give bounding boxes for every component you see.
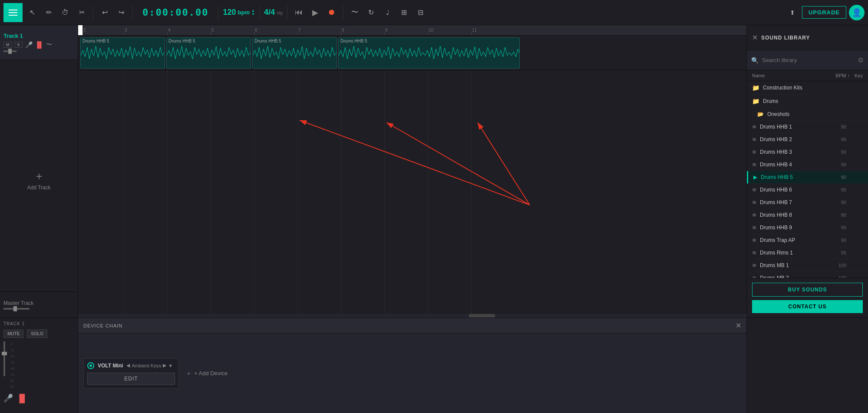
library-settings-button[interactable]: ⚙ <box>858 56 864 64</box>
track-volume-slider[interactable] <box>3 50 17 52</box>
left-panel: Track 1 M S 🎤 ▐▌ 〜 ＋ Add Track Master Tr… <box>0 25 78 317</box>
device-power-button[interactable] <box>87 362 94 369</box>
misc1-button[interactable]: ⊞ <box>397 6 411 20</box>
buy-sounds-button[interactable]: BUY SOUNDS <box>752 283 863 297</box>
library-item-drums-hhb-6[interactable]: ≋ Drums HHB 6 90 <box>747 184 868 196</box>
library-item-drums-mb-2[interactable]: ≋ Drums MB 2 100 <box>747 272 868 278</box>
play-button[interactable]: ▶ <box>308 6 322 20</box>
library-item-drums-hhb-8[interactable]: ≋ Drums HHB 8 90 <box>747 209 868 221</box>
h-scrollbar-track[interactable] <box>78 314 746 317</box>
clip-4[interactable]: Drums HHB 5 <box>338 37 520 69</box>
separator-1 <box>93 6 93 19</box>
automation-button[interactable]: 〜 <box>348 6 362 20</box>
library-item-oneshots[interactable]: 📂 Oneshots <box>747 108 868 121</box>
track-beats-button[interactable]: ▐▌ <box>35 41 44 48</box>
device-chain-close-button[interactable]: ✕ <box>736 321 741 330</box>
track-1-clips-row: Drums HHB 5 Drums HHB 5 Drums HHB 5 <box>78 36 746 70</box>
loop-button[interactable]: ↻ <box>364 6 378 20</box>
library-item-bpm: 90 <box>825 124 846 129</box>
library-item-drums-trap-ap[interactable]: ≋ Drums Trap AP 90 <box>747 234 868 247</box>
library-item-drums-hhb-1[interactable]: ≋ Drums HHB 1 90 <box>747 121 868 133</box>
solo-button[interactable]: SOLO <box>27 330 47 338</box>
audio-icon: ≋ <box>752 199 756 205</box>
bpm-label: bpm <box>238 9 250 16</box>
h-scrollbar-thumb[interactable] <box>469 314 495 317</box>
device-edit-button[interactable]: EDIT <box>87 373 175 385</box>
time-display: 0:00:00.00 <box>137 7 214 18</box>
redo-button[interactable]: ↪ <box>114 6 128 20</box>
library-header: ✕ SOUND LIBRARY <box>747 25 868 50</box>
search-input[interactable] <box>762 57 854 63</box>
misc2-button[interactable]: ⊟ <box>414 6 428 20</box>
record-button[interactable]: ⏺ <box>325 6 339 20</box>
library-item-drums-hhb-7[interactable]: ≋ Drums HHB 7 90 <box>747 196 868 209</box>
bottom-volume-slider[interactable] <box>3 341 5 376</box>
device-name: VOLT Mini <box>98 363 123 369</box>
avatar-button[interactable]: 👤 <box>849 5 865 20</box>
master-volume-slider[interactable] <box>3 308 30 310</box>
undo-button[interactable]: ↩ <box>98 6 112 20</box>
library-item-drums-mb-1[interactable]: ≋ Drums MB 1 100 <box>747 259 868 272</box>
toolbar: ↖ ✏ ⏱ ✂ ↩ ↪ 0:00:00.00 120 bpm ▲ ▼ 4/4 s… <box>0 0 868 25</box>
bpm-display[interactable]: 120 bpm ▲ ▼ <box>223 8 254 17</box>
track-automation-button[interactable]: 〜 <box>46 41 52 49</box>
preset-prev-icon[interactable]: ◀ <box>126 363 130 368</box>
library-close-button[interactable]: ✕ <box>752 33 758 42</box>
ruler-mark-7: 8 <box>341 25 384 35</box>
master-track-header: Master Track <box>0 291 78 317</box>
audio-icon: ≋ <box>752 187 756 193</box>
bottom-track-label: TRACK 1 <box>3 321 74 326</box>
library-title: SOUND LIBRARY <box>761 35 810 41</box>
metronome-button[interactable]: ♩ <box>381 6 395 20</box>
library-item-drums-hhb-5[interactable]: ▶ Drums HHB 5 90 <box>747 171 868 184</box>
time-sig-display: 4/4 sig <box>264 8 283 17</box>
prev-button[interactable]: ⏮ <box>292 6 306 20</box>
clip-3[interactable]: Drums HHB 5 <box>252 37 337 69</box>
library-list: 📁 Construction Kits 📁 Drums 📂 Oneshots <box>747 81 868 278</box>
track-solo-button[interactable]: S <box>15 42 23 48</box>
add-track-area: ＋ Add Track <box>0 60 78 291</box>
bpm-down-icon[interactable]: ▼ <box>251 13 255 16</box>
library-item-drums-hhb-4[interactable]: ≋ Drums HHB 4 90 <box>747 159 868 171</box>
track-mic-button[interactable]: 🎤 <box>25 41 33 48</box>
bpm-arrows[interactable]: ▲ ▼ <box>251 9 255 16</box>
bottom-track-icons: 🎤 ▐▌ <box>3 393 74 403</box>
library-item-drums-rims-1[interactable]: ≋ Drums Rims 1 95 <box>747 247 868 259</box>
add-device-button[interactable]: ＋ + Add Device <box>186 370 228 377</box>
library-item-drums-hhb-3[interactable]: ≋ Drums HHB 3 90 <box>747 146 868 159</box>
library-item-construction-kits[interactable]: 📁 Construction Kits <box>747 81 868 95</box>
library-item-drums-hhb-9[interactable]: ≋ Drums HHB 9 90 <box>747 221 868 234</box>
bottom-mic-button[interactable]: 🎤 <box>3 393 13 403</box>
library-footer: BUY SOUNDS CONTACT US <box>747 278 868 317</box>
separator-5 <box>287 6 287 19</box>
preset-dropdown-icon[interactable]: ▼ <box>168 363 173 368</box>
clip-1[interactable]: Drums HHB 5 <box>80 37 165 69</box>
clip-2[interactable]: Drums HHB 5 <box>166 37 251 69</box>
pencil-tool-button[interactable]: ✏ <box>42 6 56 20</box>
library-item-drums[interactable]: 📁 Drums <box>747 95 868 108</box>
track-mute-button[interactable]: M <box>3 42 12 48</box>
library-item-name: Drums HHB 6 <box>760 187 821 193</box>
cursor-tool-button[interactable]: ↖ <box>25 6 39 20</box>
sound-library-panel: ✕ SOUND LIBRARY 🔍 ⚙ Name BPM ↑ Key 📁 Con… <box>746 25 868 317</box>
device-preset[interactable]: ◀ Ambient Keys ▶ ▼ <box>126 363 173 368</box>
contact-us-button[interactable]: CONTACT US <box>752 300 863 313</box>
add-device-icon: ＋ <box>186 370 191 377</box>
track-1-header: Track 1 M S 🎤 ▐▌ 〜 <box>0 25 78 60</box>
upgrade-button[interactable]: UPGRADE <box>802 6 846 19</box>
bottom-vol-slider-container <box>3 341 5 376</box>
bottom-beats-button[interactable]: ▐▌ <box>17 394 28 403</box>
audio-icon: ≋ <box>752 250 756 256</box>
add-track-button[interactable]: ＋ Add Track <box>27 169 50 191</box>
grid-line <box>167 36 168 317</box>
scissors-tool-button[interactable]: ✂ <box>75 6 89 20</box>
mute-button[interactable]: MUTE <box>3 330 23 338</box>
export-button[interactable]: ⬆ <box>785 6 799 20</box>
db-scale: 0 12 24 36 48 54 60 80 <box>10 341 14 390</box>
clock-tool-button[interactable]: ⏱ <box>58 6 72 20</box>
menu-button[interactable] <box>3 3 23 22</box>
library-item-drums-hhb-2[interactable]: ≋ Drums HHB 2 90 <box>747 133 868 146</box>
preset-next-icon[interactable]: ▶ <box>163 363 166 368</box>
library-item-bpm: 90 <box>825 175 846 180</box>
folder-icon: 📁 <box>752 84 759 91</box>
